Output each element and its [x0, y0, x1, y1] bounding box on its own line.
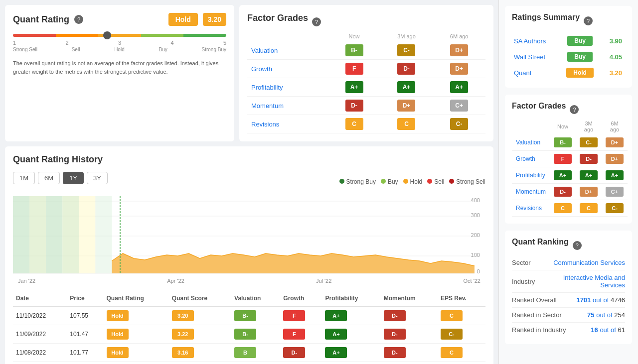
- factor-grades-card: Factor Grades ? Now 3M ago 6M ago Valuat…: [239, 5, 493, 141]
- ranking-sector-value[interactable]: Communication Services: [553, 259, 625, 266]
- rating-history-chart: 400 300 200 100 0: [13, 196, 485, 276]
- fg-sidebar-row: Revisions C C C-: [512, 200, 628, 217]
- btn-6m[interactable]: 6M: [38, 172, 60, 184]
- fg-sidebar-help-icon[interactable]: ?: [570, 105, 579, 114]
- rating-slider: 1 2 3 4 5 Strong Sell Sell Hold Buy Stro…: [13, 34, 226, 52]
- btn-3y[interactable]: 3Y: [87, 172, 108, 184]
- ratings-summary-help-icon[interactable]: ?: [584, 16, 593, 25]
- ranking-in-industry-label: Ranked in Industry: [512, 326, 566, 334]
- ranking-industry-label: Industry: [512, 278, 535, 285]
- ranking-overall-label: Ranked Overall: [512, 296, 557, 304]
- table-row: 11/10/2022 107.55 Hold 3.20 B- F A+ D- C: [13, 306, 485, 325]
- quant-ranking-card: Quant Ranking ? Sector Communication Ser…: [505, 231, 632, 344]
- svg-rect-13: [62, 196, 79, 273]
- btn-1y[interactable]: 1Y: [63, 172, 84, 184]
- ratings-row: Wall Street Buy 4.05: [512, 49, 625, 65]
- table-row: 11/09/2022 101.47 Hold 3.22 B- F A+ D- C…: [13, 325, 485, 344]
- fg-row: Valuation B- C- D+: [247, 41, 485, 60]
- factor-grades-table: Now 3M ago 6M ago Valuation B- C- D+ Gro…: [247, 31, 485, 133]
- btn-1m[interactable]: 1M: [13, 172, 35, 184]
- ranking-sector-rank-row: Ranked in Sector 75 out of 254: [512, 308, 625, 323]
- ranking-industry-row: Industry Interactive Media and Services: [512, 270, 625, 293]
- fg-row: Momentum D- D+ C+: [247, 97, 485, 115]
- quant-rating-help-icon[interactable]: ?: [74, 15, 83, 24]
- table-row: 11/08/2022 101.77 Hold 3.16 B D- A+ D- C: [13, 344, 485, 362]
- factor-grades-title: Factor Grades: [247, 13, 308, 23]
- svg-text:100: 100: [471, 252, 480, 257]
- time-buttons: 1M 6M 1Y 3Y: [13, 172, 108, 184]
- quant-ranking-help-icon[interactable]: ?: [573, 241, 582, 250]
- ranking-sector-label: Sector: [512, 259, 531, 266]
- ratings-row: SA Authors Buy 3.90: [512, 33, 625, 49]
- ranking-section: Sector Communication Services Industry I…: [512, 255, 625, 337]
- legend-strong-sell: Strong Sell: [449, 178, 485, 185]
- ranking-in-industry-value: 16 out of 61: [591, 326, 625, 334]
- quant-rating-card: Quant Rating ? Hold 3.20 1 2 3 4 5: [5, 5, 234, 141]
- chart-x-labels: Jan '22 Apr '22 Jul '22 Oct '22: [13, 278, 485, 284]
- legend-sell: Sell: [427, 178, 444, 185]
- quant-note: The overall quant rating is not an avera…: [13, 59, 226, 76]
- history-table: Date Price Quant Rating Quant Score Valu…: [13, 291, 485, 362]
- legend-strong-buy: Strong Buy: [339, 178, 376, 185]
- history-title: Quant Rating History: [13, 154, 485, 165]
- legend-buy: Buy: [381, 178, 398, 185]
- ranking-industry-value[interactable]: Interactive Media and Services: [550, 274, 625, 289]
- svg-text:200: 200: [471, 232, 480, 238]
- ranking-sector-row: Sector Communication Services: [512, 255, 625, 270]
- ratings-summary-table: SA Authors Buy 3.90 Wall Street Buy 4.05…: [512, 33, 625, 81]
- quant-ranking-title: Quant Ranking: [512, 238, 569, 246]
- factor-grades-sidebar-card: Factor Grades ? Now 3M ago 6M ago Valuat…: [505, 95, 632, 224]
- ratings-row: Quant Hold 3.20: [512, 65, 625, 81]
- svg-text:300: 300: [471, 212, 480, 218]
- legend-hold: Hold: [403, 178, 423, 185]
- ranking-overall-row: Ranked Overall 1701 out of 4746: [512, 293, 625, 308]
- svg-rect-11: [29, 196, 46, 273]
- svg-rect-10: [13, 196, 29, 273]
- ratings-summary-title: Ratings Summary: [512, 13, 580, 22]
- svg-text:0: 0: [477, 268, 480, 274]
- quant-score-badge: 3.20: [203, 13, 226, 26]
- ratings-summary-card: Ratings Summary ? SA Authors Buy 3.90 Wa…: [505, 6, 632, 88]
- fg-sidebar-row: Momentum D- D+ C+: [512, 184, 628, 200]
- fg-row: Revisions C C C-: [247, 115, 485, 133]
- fg-sidebar-row: Valuation B- C- D+: [512, 134, 628, 151]
- fg-row: Profitability A+ A+ A+: [247, 78, 485, 97]
- ranking-in-sector-label: Ranked in Sector: [512, 311, 562, 319]
- svg-rect-12: [46, 196, 62, 273]
- quant-rating-title: Quant Rating: [13, 14, 69, 25]
- fg-sidebar-table: Now 3M ago 6M ago Valuation B- C- D+ Gro…: [512, 119, 628, 217]
- history-card: Quant Rating History 1M 6M 1Y 3Y Strong …: [5, 146, 493, 364]
- svg-rect-14: [79, 196, 95, 273]
- ranking-industry-rank-row: Ranked in Industry 16 out of 61: [512, 323, 625, 337]
- fg-sidebar-title: Factor Grades: [512, 102, 566, 111]
- sidebar: Ratings Summary ? SA Authors Buy 3.90 Wa…: [498, 0, 638, 364]
- fg-sidebar-row: Growth F D- D+: [512, 151, 628, 167]
- factor-grades-help-icon[interactable]: ?: [312, 17, 321, 26]
- svg-rect-15: [95, 196, 112, 273]
- fg-sidebar-row: Profitability A+ A+ A+: [512, 167, 628, 184]
- fg-row: Growth F D- D+: [247, 60, 485, 78]
- ranking-overall-value: 1701 out of 4746: [576, 296, 625, 304]
- svg-text:400: 400: [471, 197, 480, 203]
- ranking-in-sector-value: 75 out of 254: [587, 311, 625, 319]
- quant-hold-badge: Hold: [168, 13, 198, 26]
